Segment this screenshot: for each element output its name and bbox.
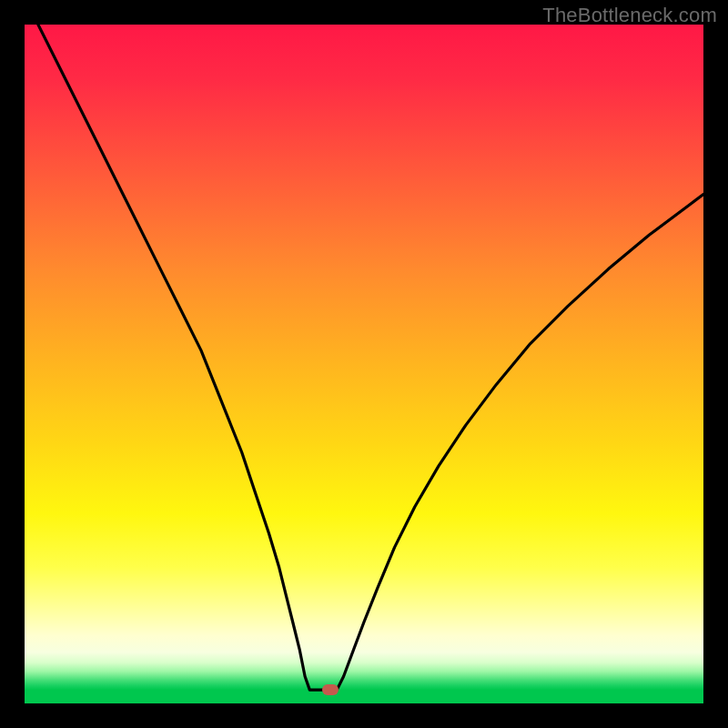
chart-frame: TheBottleneck.com: [0, 0, 728, 728]
bottleneck-curve: [25, 25, 703, 703]
optimum-marker: [322, 684, 339, 695]
watermark-text: TheBottleneck.com: [542, 4, 717, 27]
plot-area: [25, 25, 703, 703]
curve-path: [38, 25, 703, 690]
